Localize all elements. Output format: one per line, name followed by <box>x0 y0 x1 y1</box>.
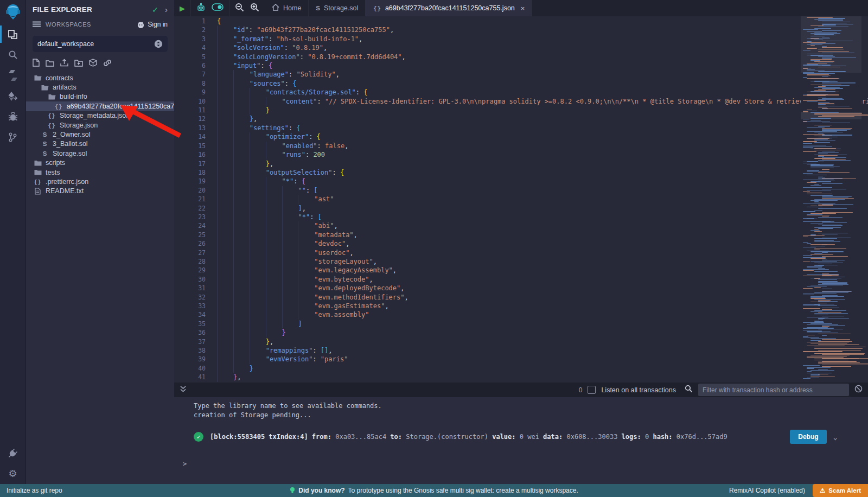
line-number: 10 <box>174 97 206 106</box>
zoom-in-icon[interactable] <box>250 3 259 14</box>
code-editor[interactable]: 1{2"id": "a69b43f277ba20fcac141151250ca7… <box>174 16 868 383</box>
terminal-body[interactable]: Type the library name to see available c… <box>174 397 868 484</box>
line-number: 33 <box>174 302 206 310</box>
publish-box-icon[interactable] <box>89 59 97 69</box>
line-number: 5 <box>174 53 206 61</box>
line-number: 26 <box>174 239 206 248</box>
code-line-3: 3"_format": "hh-sol-build-info-1", <box>174 35 868 43</box>
line-number: 19 <box>174 177 206 186</box>
code-line-29: 29"evm.legacyAssembly", <box>174 266 868 275</box>
tab-close-icon[interactable]: × <box>521 4 525 12</box>
tree-item-storage-metadata-json[interactable]: {}Storage_metadata.json <box>26 111 174 120</box>
run-script-play-icon[interactable]: ▶ <box>180 4 185 12</box>
new-folder-icon[interactable] <box>46 59 54 69</box>
code-line-4: 4"solcVersion": "0.8.19", <box>174 43 868 52</box>
minimap[interactable] <box>801 16 861 383</box>
terminal-info-lines: Type the library name to see available c… <box>174 397 868 419</box>
line-number: 22 <box>174 204 206 213</box>
line-number: 40 <box>174 364 206 373</box>
tree-item-build-info[interactable]: build-info <box>26 92 174 101</box>
new-file-icon[interactable] <box>33 59 40 69</box>
terminal-search-icon[interactable] <box>685 385 693 395</box>
transaction-filter-input[interactable] <box>698 384 849 396</box>
line-number: 3 <box>174 35 206 43</box>
tab-label: a69b43f277ba20fcac141151250ca755.json <box>385 4 515 12</box>
scam-alert-button[interactable]: ⚠ Scam Alert <box>813 484 868 497</box>
transaction-log-row[interactable]: ✓ [block:5583405 txIndex:4] from: 0xa03.… <box>194 430 838 444</box>
sidebar-item-deploy-run[interactable] <box>0 86 25 106</box>
line-number: 17 <box>174 160 206 168</box>
workspace-select[interactable]: default_workspace <box>33 36 168 52</box>
debug-button[interactable]: Debug <box>790 430 826 444</box>
code-line-34: 34"evm.assembly" <box>174 310 868 319</box>
line-number: 16 <box>174 150 206 159</box>
code-line-5: 5"solcLongVersion": "0.8.19+commit.7dd6d… <box>174 53 868 61</box>
json-braces-icon: {} <box>48 122 56 129</box>
tab-bar: ▶ HomeSStorage.sol{}a69b43f277ba20fcac14… <box>174 0 868 16</box>
zoom-out-icon[interactable] <box>235 3 244 14</box>
sidebar-item-git[interactable] <box>0 127 25 148</box>
code-line-36: 36} <box>174 328 868 337</box>
sign-in-button[interactable]: Sign in <box>137 21 168 28</box>
file-icon <box>35 188 41 195</box>
tree-item-storage-sol[interactable]: SStorage.sol <box>26 149 174 158</box>
copilot-status[interactable]: RemixAI Copilot (enabled) <box>729 487 805 494</box>
terminal-collapse-icon[interactable] <box>180 385 187 395</box>
line-number: 39 <box>174 355 206 364</box>
line-number: 2 <box>174 26 206 34</box>
tree-item-readme-txt[interactable]: README.txt <box>26 187 174 196</box>
git-init-button[interactable]: Initialize as git repo <box>7 487 62 494</box>
copilot-toggle-icon[interactable] <box>212 3 224 13</box>
remix-ide-window: ⚙ FILE EXPLORER ✓ › WORKSPACES Sign in <box>0 0 868 484</box>
tab-storage-sol[interactable]: SStorage.sol <box>309 0 366 16</box>
tab-home[interactable]: Home <box>265 0 309 16</box>
sign-in-label: Sign in <box>148 21 168 28</box>
panel-expand-chevron-icon[interactable]: › <box>165 5 168 14</box>
line-number: 9 <box>174 88 206 97</box>
folder-open-icon <box>41 85 49 91</box>
sidebar-item-file-explorer[interactable] <box>0 24 25 44</box>
json-braces-icon: {} <box>373 5 381 11</box>
code-line-6: 6"input": { <box>174 61 868 70</box>
line-number: 36 <box>174 328 206 337</box>
line-number: 12 <box>174 114 206 123</box>
tree-item-storage-json[interactable]: {}Storage.json <box>26 120 174 130</box>
tree-item-tests[interactable]: tests <box>26 168 174 177</box>
line-number: 6 <box>174 61 206 70</box>
link-icon[interactable] <box>103 59 112 69</box>
listen-all-checkbox[interactable] <box>588 386 596 394</box>
upload-file-icon[interactable] <box>60 59 68 69</box>
tx-expand-chevron-icon[interactable]: ⌄ <box>833 432 838 441</box>
clear-console-icon[interactable] <box>854 385 863 395</box>
line-number: 32 <box>174 293 206 302</box>
sidebar-item-plugin-manager[interactable] <box>0 443 25 463</box>
remix-logo[interactable] <box>0 0 25 24</box>
tree-item--prettierrc-json[interactable]: {}.prettierrc.json <box>26 177 174 186</box>
upload-folder-icon[interactable] <box>74 59 83 69</box>
code-line-9: 9"contracts/Storage.sol": { <box>174 88 868 97</box>
code-line-41: 41}, <box>174 373 868 381</box>
tree-item-3-ballot-sol[interactable]: S3_Ballot.sol <box>26 139 174 149</box>
sidebar-item-settings[interactable]: ⚙ <box>0 463 25 484</box>
sidebar-item-search[interactable] <box>0 44 25 65</box>
tree-item-2-owner-sol[interactable]: S2_Owner.sol <box>26 130 174 139</box>
tree-item-scripts[interactable]: scripts <box>26 158 174 168</box>
hamburger-menu-icon[interactable] <box>33 20 41 29</box>
sidebar-item-debugger[interactable] <box>0 106 25 127</box>
line-number: 24 <box>174 221 206 230</box>
tree-item-a69b43f277ba20fcac141151250ca7-[interactable]: {}a69b43f277ba20fcac141151250ca7... <box>26 101 174 111</box>
tab-a69b43f277ba20fcac141151250ca755-json[interactable]: {}a69b43f277ba20fcac141151250ca755.json× <box>366 0 532 16</box>
transaction-count: 0 <box>579 386 583 394</box>
tree-item-contracts[interactable]: contracts <box>26 73 174 82</box>
line-number: 29 <box>174 266 206 275</box>
tree-item-artifacts[interactable]: artifacts <box>26 82 174 92</box>
copilot-robot-icon[interactable] <box>196 3 206 14</box>
line-number: 15 <box>174 142 206 150</box>
sidebar-item-solidity-compiler[interactable] <box>0 65 25 86</box>
tab-label: Home <box>283 4 301 12</box>
terminal-prompt[interactable]: > <box>183 460 187 468</box>
code-line-8: 8"sources": { <box>174 79 868 88</box>
code-line-13: 13"settings": { <box>174 124 868 132</box>
solidity-file-icon: S <box>43 141 47 147</box>
workspaces-row: WORKSPACES Sign in <box>26 17 174 31</box>
